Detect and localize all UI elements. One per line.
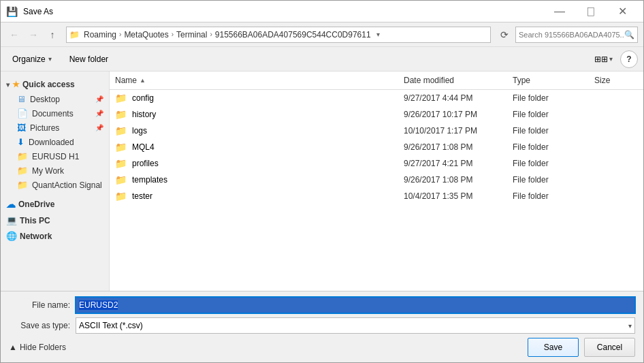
file-name: tester [132,191,152,201]
file-type: File folder [507,92,589,104]
sidebar-item-pictures[interactable]: 🖼 Pictures 📌 [1,121,109,135]
col-header-date[interactable]: Date modified [398,74,507,86]
address-bar[interactable]: 📁 Roaming › MetaQuotes › Terminal › 9155… [66,27,491,43]
organize-button[interactable]: Organize ▾ [6,50,58,68]
hide-folders-label: Hide Folders [20,343,66,352]
crumb-terminal[interactable]: Terminal [175,30,208,40]
crumb-sep-3: › [210,31,212,38]
onedrive-icon: ☁ [6,199,16,210]
maximize-button[interactable]: ⎕ [575,1,607,22]
file-type: File folder [507,174,589,186]
file-name: logs [132,126,147,136]
hide-folders-button[interactable]: ▲ Hide Folders [9,343,66,352]
crumb-sep-1: › [119,31,121,38]
desktop-icon: 🖥 [17,94,26,104]
view-icon: ⊞⊞ [594,54,608,64]
button-row: ▲ Hide Folders Save Cancel [9,338,635,357]
sidebar-item-mywork[interactable]: 📁 My Work [1,163,109,178]
file-type: File folder [507,108,589,121]
onedrive-header[interactable]: ☁ OneDrive [1,196,109,212]
title-bar-controls: — ⎕ ✕ [544,1,638,22]
table-row[interactable]: 📁 tester 10/4/2017 1:35 PM File folder [110,188,643,204]
sidebar-item-documents[interactable]: 📄 Documents 📌 [1,106,109,121]
col-header-name[interactable]: Name ▲ [110,74,398,86]
refresh-button[interactable]: ⟳ [496,27,513,43]
save-label: Save [544,343,562,352]
crumb-metaquotes[interactable]: MetaQuotes [123,30,170,40]
crumb-roaming[interactable]: Roaming [82,30,118,40]
file-name: templates [132,175,167,185]
file-date: 10/10/2017 1:17 PM [398,125,507,137]
dialog-icon: 💾 [6,6,18,17]
filetype-select[interactable]: ASCII Text (*.csv) ▾ [76,317,635,334]
thispc-header[interactable]: 💻 This PC [1,212,109,228]
cancel-button[interactable]: Cancel [584,338,635,357]
file-rows-container: 📁 config 9/27/2017 4:44 PM File folder 📁… [110,90,643,204]
col-sort-arrow: ▲ [140,77,146,84]
file-date: 10/4/2017 1:35 PM [398,190,507,202]
quick-access-header[interactable]: ▾ ★ Quick access [1,77,109,92]
file-name: profiles [132,159,159,168]
table-row[interactable]: 📁 templates 9/26/2017 1:08 PM File folde… [110,172,643,188]
title-bar-left: 💾 Save As [6,6,53,17]
filename-row: File name: [9,297,635,313]
new-folder-button[interactable]: New folder [63,50,114,68]
filename-input[interactable] [76,297,635,313]
file-type: File folder [507,141,589,153]
organize-label: Organize [12,54,46,64]
sidebar-item-quantaction[interactable]: 📁 QuantAction Signal [1,178,109,192]
search-input[interactable] [519,31,624,39]
network-icon: 🌐 [6,231,17,241]
quick-access-collapse-icon: ▾ [6,81,10,89]
view-button[interactable]: ⊞⊞ ▾ [590,50,617,68]
quantaction-folder-icon: 📁 [17,180,28,190]
forward-button[interactable]: → [25,27,42,43]
col-header-type[interactable]: Type [507,74,589,86]
folder-icon: 📁 [115,109,127,120]
sidebar-documents-label: Documents [32,109,74,119]
help-button[interactable]: ? [620,50,638,68]
table-row[interactable]: 📁 MQL4 9/26/2017 1:08 PM File folder [110,139,643,155]
file-name: config [132,93,154,103]
file-size [589,146,643,148]
col-header-size[interactable]: Size [589,74,643,86]
sidebar-item-desktop[interactable]: 🖥 Desktop 📌 [1,92,109,106]
col-date-label: Date modified [404,76,454,85]
file-size [589,113,643,116]
file-size [589,162,643,165]
table-row[interactable]: 📁 logs 10/10/2017 1:17 PM File folder [110,123,643,139]
back-button[interactable]: ← [6,27,22,43]
sidebar-item-eurusd[interactable]: 📁 EURUSD H1 [1,149,109,163]
file-type: File folder [507,157,589,170]
mywork-folder-icon: 📁 [17,165,28,176]
up-button[interactable]: ↑ [44,27,61,43]
table-row[interactable]: 📁 profiles 9/27/2017 4:21 PM File folder [110,155,643,172]
save-as-dialog: 💾 Save As — ⎕ ✕ ← → ↑ 📁 Roaming › MetaQu… [0,0,644,363]
table-row[interactable]: 📁 history 9/26/2017 10:17 PM File folder [110,106,643,123]
file-name: MQL4 [132,142,155,152]
breadcrumb-dropdown[interactable]: ▾ [374,30,383,40]
save-button[interactable]: Save [528,338,579,357]
sidebar-item-downloaded[interactable]: ⬇ Downloaded [1,135,109,149]
sidebar-quantaction-label: QuantAction Signal [32,180,102,190]
pin-icon-pictures: 📌 [95,124,103,132]
pin-icon-desktop: 📌 [95,95,103,104]
filetype-label: Save as type: [9,321,70,330]
downloaded-folder-icon: ⬇ [17,137,25,147]
minimize-button[interactable]: — [544,1,575,22]
close-button[interactable]: ✕ [607,1,638,22]
documents-icon: 📄 [17,108,28,119]
crumb-hash[interactable]: 915566BA06ADA407569C544CC0D97611 [214,30,372,40]
file-type: File folder [507,125,589,137]
sidebar-eurusd-label: EURUSD H1 [32,152,79,161]
file-date: 9/27/2017 4:44 PM [398,92,507,104]
file-type: File folder [507,190,589,202]
crumb-sep-2: › [172,31,174,38]
table-row[interactable]: 📁 config 9/27/2017 4:44 PM File folder [110,90,643,106]
folder-icon: 📁 [115,158,127,169]
quick-access-star-icon: ★ [12,80,20,89]
network-header[interactable]: 🌐 Network [1,228,109,244]
pin-icon-documents: 📌 [95,110,103,118]
network-label: Network [20,232,52,241]
title-bar-text: Save As [23,7,53,16]
